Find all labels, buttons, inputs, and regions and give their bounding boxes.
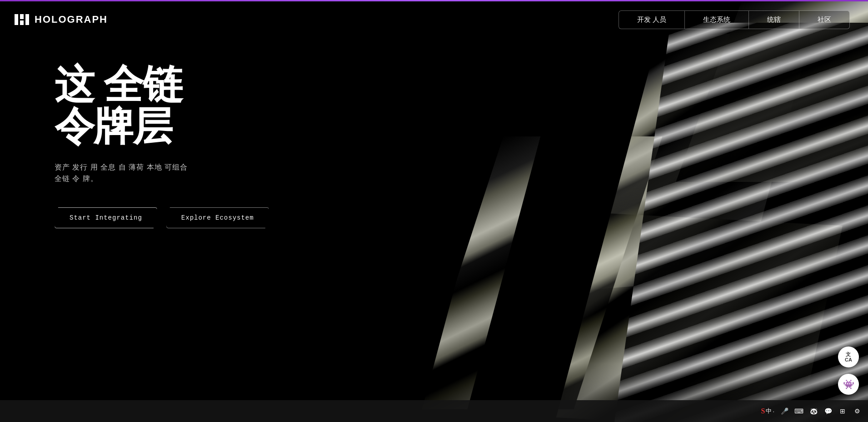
hero-subtitle: 资产 发行 用 全息 自 薄荷 本地 可组合 全链 令 牌。 bbox=[55, 161, 269, 185]
taskbar-chat[interactable]: 💬 bbox=[822, 405, 834, 417]
taskbar-grid[interactable]: ⊞ bbox=[836, 405, 849, 417]
svg-rect-1 bbox=[20, 14, 24, 19]
taskbar-mic[interactable]: 🎤 bbox=[778, 405, 791, 417]
hero-title-line1: 这 全链 bbox=[55, 62, 182, 107]
svg-rect-0 bbox=[15, 14, 18, 25]
hero-title-line2: 令牌层 bbox=[55, 104, 172, 149]
start-integrating-button[interactable]: Start Integrating bbox=[55, 207, 157, 228]
nav-item-ecosystem[interactable]: 生态系统 bbox=[685, 10, 749, 29]
logo-text: HOLOGRAPH bbox=[35, 14, 108, 25]
chat-icon: 👾 bbox=[843, 379, 854, 390]
taskbar-panda[interactable]: 🐼 bbox=[807, 405, 820, 417]
hero-subtitle-line1: 资产 发行 用 全息 自 薄荷 本地 可组合 bbox=[55, 163, 188, 171]
taskbar: S 中 · 🎤 ⌨ 🐼 💬 ⊞ ⚙ bbox=[0, 400, 868, 422]
translate-widget[interactable]: 文CA bbox=[838, 347, 859, 367]
top-border bbox=[0, 0, 868, 1]
sougou-s-icon: S bbox=[761, 407, 765, 415]
chat-widget[interactable]: 👾 bbox=[838, 374, 859, 395]
logo[interactable]: HOLOGRAPH bbox=[14, 11, 108, 28]
hero-buttons: Start Integrating Explore Ecosystem bbox=[55, 207, 269, 228]
explore-ecosystem-button[interactable]: Explore Ecosystem bbox=[166, 207, 269, 228]
bottom-fade bbox=[0, 364, 868, 400]
nav-item-devs[interactable]: 开发 人员 bbox=[619, 10, 685, 29]
taskbar-keyboard[interactable]: ⌨ bbox=[793, 405, 805, 417]
taskbar-settings[interactable]: ⚙ bbox=[851, 405, 863, 417]
svg-rect-2 bbox=[20, 20, 24, 25]
translate-icon: 文CA bbox=[845, 352, 852, 362]
hero-subtitle-line2: 全链 令 牌。 bbox=[55, 175, 98, 182]
hero-section: 这 全链 令牌层 资产 发行 用 全息 自 薄荷 本地 可组合 全链 令 牌。 … bbox=[55, 64, 269, 228]
holograph-logo-icon bbox=[14, 11, 30, 28]
main-nav: 开发 人员 生态系统 统辖 社区 bbox=[619, 10, 850, 29]
svg-rect-3 bbox=[25, 14, 29, 25]
taskbar-ime: S 中 · bbox=[759, 407, 776, 415]
hero-title: 这 全链 令牌层 bbox=[55, 64, 269, 148]
diagonal-panels bbox=[254, 0, 868, 422]
taskbar-chinese[interactable]: 中 bbox=[766, 407, 772, 415]
taskbar-dot: · bbox=[773, 408, 774, 415]
nav-item-community[interactable]: 社区 bbox=[799, 10, 850, 29]
header: HOLOGRAPH 开发 人员 生态系统 统辖 社区 bbox=[0, 1, 868, 38]
nav-item-governance[interactable]: 统辖 bbox=[749, 10, 799, 29]
